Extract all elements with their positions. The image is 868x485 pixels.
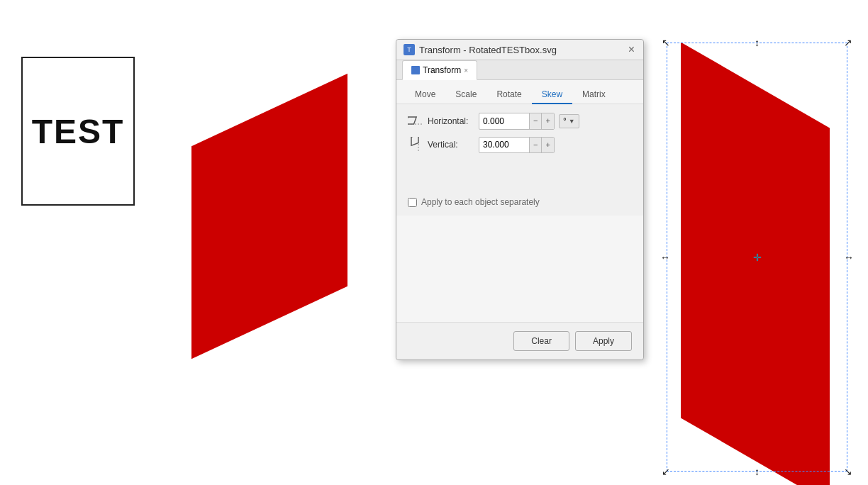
right-selection-area: ↖ ↕ ↗ ↔ ↔ ↙ ↕ ↘ ✛ [667,43,855,475]
vertical-field-row: Vertical: − + [408,137,632,154]
svg-rect-0 [408,117,416,124]
test-text: TEST [32,112,125,151]
tab-transform-close[interactable]: × [464,67,468,74]
checkbox-row: Apply to each object separately [396,197,643,216]
mode-tab-move[interactable]: Move [405,86,445,104]
horizontal-input-group: − + [479,113,555,130]
tab-transform-icon [411,66,420,74]
horizontal-label: Horizontal: [428,116,479,126]
dialog-bottom-spacer [396,216,643,322]
horizontal-field-row: Horizontal: − + ° ▼ [408,113,632,130]
mode-tab-rotate[interactable]: Rotate [486,86,531,104]
vertical-increment-button[interactable]: + [541,138,553,153]
dialog-title: Transform - RotatedTESTbox.svg [419,45,557,55]
mode-tabs: Move Scale Rotate Skew Matrix [396,80,643,104]
tab-bar: Transform × [396,60,643,80]
unit-dropdown[interactable]: ° ▼ [559,114,579,128]
mode-tab-matrix[interactable]: Matrix [572,86,616,104]
form-area: Horizontal: − + ° ▼ Vertical: − + [396,104,643,197]
handle-bottom-center[interactable]: ↕ [755,467,760,476]
handle-bottom-right[interactable]: ↘ [844,467,852,476]
unit-dropdown-arrow-icon: ▼ [569,118,575,125]
left-rectangle: TEST [21,57,135,206]
vertical-skew-icon [408,137,423,152]
vertical-input[interactable] [479,138,529,152]
clear-button[interactable]: Clear [513,331,569,351]
vertical-decrement-button[interactable]: − [529,138,541,153]
transform-dialog: T Transform - RotatedTESTbox.svg × Trans… [396,39,644,360]
horizontal-skew-icon [408,113,423,129]
center-red-shape [191,74,347,359]
right-red-shape [681,42,830,485]
action-buttons: Clear Apply [396,322,643,359]
unit-label: ° [563,116,567,126]
tab-transform[interactable]: Transform × [402,60,477,80]
horizontal-increment-button[interactable]: + [541,113,553,129]
vertical-label: Vertical: [428,140,479,150]
apply-each-checkbox[interactable] [408,198,417,207]
dialog-title-area: T Transform - RotatedTESTbox.svg [404,44,557,55]
dialog-icon: T [404,44,415,55]
vertical-input-group: − + [479,137,555,154]
handle-middle-left[interactable]: ↔ [660,252,670,262]
form-spacer [408,160,632,189]
handle-middle-right[interactable]: ↔ [844,252,854,262]
mode-tab-scale[interactable]: Scale [445,86,486,104]
handle-bottom-left[interactable]: ↙ [662,467,670,476]
checkbox-label: Apply to each object separately [421,197,540,207]
handle-top-center[interactable]: ↕ [755,38,760,48]
horizontal-decrement-button[interactable]: − [529,113,541,129]
handle-top-right[interactable]: ↗ [844,38,852,48]
handle-top-left[interactable]: ↖ [662,38,670,48]
apply-button[interactable]: Apply [575,331,632,351]
horizontal-input[interactable] [479,114,529,128]
dialog-close-button[interactable]: × [627,44,636,55]
svg-rect-2 [411,137,418,145]
tab-transform-label: Transform [423,65,461,75]
mode-tab-skew[interactable]: Skew [532,86,572,104]
dialog-titlebar: T Transform - RotatedTESTbox.svg × [396,40,643,60]
